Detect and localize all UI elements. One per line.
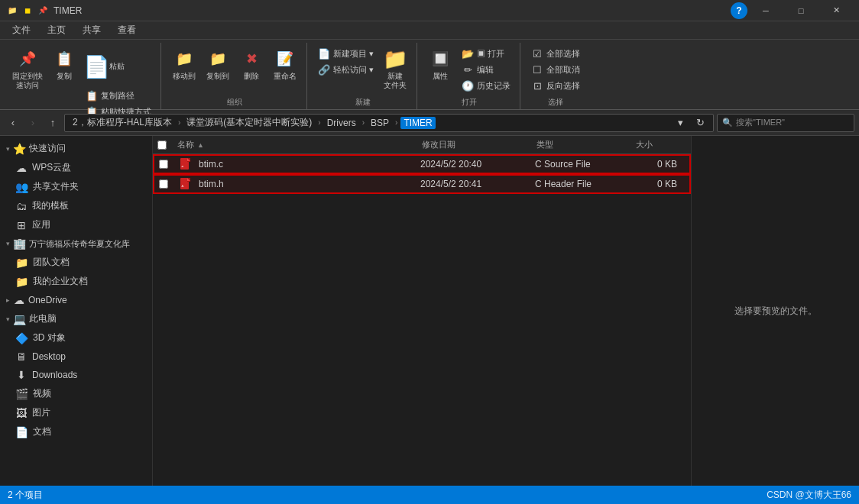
sidebar-item-my-templates[interactable]: 🗂 我的模板 (0, 196, 152, 215)
address-seg-3[interactable]: Drivers (324, 117, 359, 129)
copy-path-icon: 📋 (86, 89, 98, 102)
desktop-icon: 🖥 (15, 351, 28, 363)
invert-label: 反向选择 (546, 80, 580, 92)
this-pc-label: 此电脑 (29, 312, 57, 325)
copy-button[interactable]: 📋 复制 (49, 46, 79, 83)
copy-to-button[interactable]: 📁 复制到 (203, 46, 233, 83)
ribbon-group-select: ☑ 全部选择 ☐ 全部取消 ⊡ 反向选择 选择 (522, 43, 589, 109)
select-all-checkbox[interactable] (157, 141, 167, 150)
easy-access-button[interactable]: 🔗 轻松访问 ▾ (315, 62, 377, 77)
ribbon-group-new: 📄 新建项目 ▾ 🔗 轻松访问 ▾ 📁 新建文件夹 新建 (309, 43, 417, 109)
search-bar[interactable]: 🔍 搜索"TIMER" (717, 114, 854, 132)
type-header-label: 类型 (536, 140, 553, 149)
address-seg-4[interactable]: BSP (368, 117, 392, 129)
select-none-button[interactable]: ☐ 全部取消 (528, 62, 583, 77)
col-name-header[interactable]: 名称 ▲ (171, 139, 416, 150)
file-date-2: 2024/5/2 20:41 (414, 179, 529, 189)
maximize-button[interactable]: □ (784, 0, 818, 21)
open-button[interactable]: 📂 ▣ 打开 (459, 46, 514, 61)
menu-share[interactable]: 共享 (75, 22, 109, 38)
help-button[interactable]: ? (731, 2, 747, 19)
preview-text: 选择要预览的文件。 (734, 305, 817, 318)
sidebar-item-desktop[interactable]: 🖥 Desktop (0, 347, 152, 366)
col-size-header[interactable]: 大小 (630, 139, 691, 150)
forward-button[interactable]: › (24, 115, 41, 131)
new-item-button[interactable]: 📄 新建项目 ▾ (315, 46, 377, 61)
enterprise-docs-icon: 📁 (15, 276, 28, 288)
col-date-header[interactable]: 修改日期 (416, 139, 530, 150)
new-folder-button[interactable]: 📁 新建文件夹 (380, 46, 410, 92)
menu-file[interactable]: 文件 (5, 22, 38, 38)
back-button[interactable]: ‹ (5, 115, 21, 131)
edit-button[interactable]: ✏ 编辑 (459, 62, 514, 77)
minimize-button[interactable]: ─ (749, 0, 783, 21)
address-seg-1[interactable]: 2，标准程序-HAL库版本 (70, 115, 175, 130)
name-sort-icon: ▲ (197, 141, 204, 149)
address-refresh[interactable]: ↻ (692, 115, 708, 131)
table-row[interactable]: .h btim.h 2024/5/2 20:41 C Header File 0… (153, 174, 691, 194)
copy-path-button[interactable]: 📋 复制路径 (83, 88, 154, 103)
preview-pane: 选择要预览的文件。 (691, 136, 859, 486)
title-bar-left: 📁 ◼ 📌 TIMER (6, 5, 82, 17)
invert-selection-button[interactable]: ⊡ 反向选择 (528, 78, 583, 93)
3d-label: 3D 对象 (33, 331, 66, 344)
delete-button[interactable]: ✖ 删除 (236, 46, 267, 83)
copy-label: 复制 (57, 72, 72, 81)
sidebar-item-3d-objects[interactable]: 🔷 3D 对象 (0, 328, 152, 347)
row-check-1 (154, 160, 173, 169)
file-name-col-2: .h btim.h (173, 177, 414, 191)
sidebar-item-documents[interactable]: 📄 文档 (0, 422, 152, 441)
quick-access-label: 快速访问 (29, 142, 66, 155)
sidebar-item-enterprise-docs[interactable]: 📁 我的企业文档 (0, 272, 152, 291)
file-type-1: C Source File (529, 159, 628, 170)
sidebar-item-wps-cloud[interactable]: ☁ WPS云盘 (0, 158, 152, 177)
quick-access-icon: ◼ (21, 5, 34, 17)
sidebar-item-apps[interactable]: ⊞ 应用 (0, 215, 152, 234)
sidebar-item-shared-folder[interactable]: 👥 共享文件夹 (0, 177, 152, 196)
sidebar-section-this-pc[interactable]: ▾ 💻 此电脑 (0, 309, 152, 328)
easy-access-icon: 🔗 (318, 63, 330, 76)
file-size-1: 0 KB (628, 159, 689, 170)
sidebar-item-downloads[interactable]: ⬇ Downloads (0, 366, 152, 384)
menu-view[interactable]: 查看 (110, 22, 144, 38)
select-none-icon: ☐ (531, 63, 543, 76)
address-dropdown[interactable]: ▾ (672, 115, 689, 131)
downloads-label: Downloads (32, 370, 77, 380)
history-button[interactable]: 🕐 历史记录 (459, 78, 514, 93)
col-type-header[interactable]: 类型 (530, 139, 630, 150)
sidebar-item-pictures[interactable]: 🖼 图片 (0, 403, 152, 422)
new-label: 新建 (355, 97, 371, 109)
sidebar-section-wanfu[interactable]: ▾ 🏢 万宁德福乐传奇华夏文化库 (0, 234, 152, 253)
file-checkbox-2[interactable] (159, 179, 168, 189)
new-folder-icon: 📁 (384, 48, 406, 69)
pin-quick-access-button[interactable]: 📌 固定到快速访问 (9, 46, 46, 92)
history-icon: 🕐 (462, 79, 474, 92)
address-seg-5[interactable]: TIMER (400, 117, 435, 129)
address-bar[interactable]: 2，标准程序-HAL库版本 › 课堂源码(基本定时器中断实验) › Driver… (64, 114, 714, 132)
3d-icon: 🔷 (15, 332, 28, 344)
address-seg-2[interactable]: 课堂源码(基本定时器中断实验) (183, 115, 315, 130)
open-col: 📂 ▣ 打开 ✏ 编辑 🕐 历史记录 (459, 46, 514, 93)
status-bar: 2 个项目 CSDN @文博大王66 (0, 486, 859, 504)
paste-button[interactable]: 📄 粘贴 (83, 46, 154, 87)
team-docs-label: 团队文档 (33, 256, 70, 269)
close-button[interactable]: ✕ (819, 0, 853, 21)
ribbon: 📌 固定到快速访问 📋 复制 📄 粘贴 📋 复制路径 � (0, 40, 859, 110)
edit-label: 编辑 (477, 64, 494, 76)
select-all-icon: ☑ (531, 47, 543, 60)
select-all-button[interactable]: ☑ 全部选择 (528, 46, 583, 61)
menu-home[interactable]: 主页 (40, 22, 73, 38)
move-to-button[interactable]: 📁 移动到 (169, 46, 199, 83)
sidebar-item-videos[interactable]: 🎬 视频 (0, 384, 152, 403)
rename-button[interactable]: 📝 重命名 (270, 46, 300, 83)
sidebar-section-quick-access[interactable]: ▾ ⭐ 快速访问 (0, 139, 152, 158)
table-row[interactable]: .c btim.c 2024/5/2 20:40 C Source File 0… (153, 154, 691, 174)
apps-icon: ⊞ (15, 219, 28, 231)
status-count: 2 个项目 (8, 489, 43, 502)
sidebar-item-team-docs[interactable]: 📁 团队文档 (0, 253, 152, 272)
menu-bar: 文件 主页 共享 查看 (0, 21, 859, 40)
file-checkbox-1[interactable] (159, 160, 168, 169)
sidebar-section-onedrive[interactable]: ▸ ☁ OneDrive (0, 291, 152, 309)
properties-button[interactable]: 🔲 属性 (425, 46, 455, 83)
up-button[interactable]: ↑ (44, 115, 61, 131)
